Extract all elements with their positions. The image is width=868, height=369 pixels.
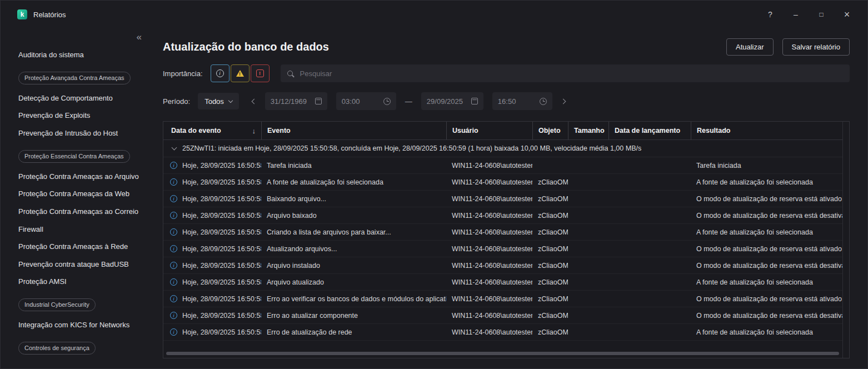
- column-header-object[interactable]: Objeto: [532, 122, 568, 139]
- column-header-user[interactable]: Usuário: [446, 122, 532, 139]
- window-controls: ? – □ ×: [757, 5, 860, 24]
- event-result: A fonte de atualização foi selecionada: [691, 178, 842, 186]
- table-row[interactable]: Hoje, 28/09/2025 16:50:58 Erro de atuali…: [163, 324, 842, 341]
- sidebar-item[interactable]: Proteção AMSI: [18, 277, 147, 287]
- calendar-icon: [315, 98, 322, 104]
- save-report-button[interactable]: Salvar relatório: [782, 38, 850, 56]
- date-range-separator: —: [405, 97, 412, 106]
- date-from-field[interactable]: 31/12/1969: [265, 92, 327, 110]
- table-row[interactable]: Hoje, 28/09/2025 16:50:58 Tarefa iniciad…: [163, 157, 842, 174]
- info-icon: [170, 328, 177, 336]
- sidebar-item[interactable]: Prevenção de Exploits: [18, 111, 147, 121]
- sidebar-section-label: Industrial CyberSecurity: [18, 298, 147, 311]
- date-to-field[interactable]: 29/09/2025: [421, 92, 483, 110]
- sidebar-item[interactable]: Proteção Contra Ameaças ao Correio: [18, 207, 147, 217]
- importance-critical-filter[interactable]: [251, 64, 270, 82]
- sidebar-item[interactable]: Prevenção contra ataque BadUSB: [18, 260, 147, 270]
- event-user: WIN11-24-0608\autotester: [446, 295, 532, 303]
- minimize-button[interactable]: –: [783, 5, 809, 24]
- table-row[interactable]: Hoje, 28/09/2025 16:50:58 Erro ao verifi…: [163, 291, 842, 307]
- close-button[interactable]: ×: [834, 5, 860, 24]
- update-button[interactable]: Atualizar: [726, 38, 774, 56]
- event-user: WIN11-24-0608\autotester: [446, 195, 532, 203]
- event-date: Hoje, 28/09/2025 16:50:58: [182, 245, 261, 253]
- events-table: Data do evento ↓ Evento Usuário Objeto T…: [163, 121, 850, 358]
- sidebar-item[interactable]: Proteção Contra Ameaças à Rede: [18, 242, 147, 252]
- event-object: zCliaoOM: [532, 178, 568, 186]
- table-row[interactable]: Hoje, 28/09/2025 16:50:58 A fonte de atu…: [163, 174, 842, 191]
- next-period-button[interactable]: [557, 97, 570, 106]
- table-row[interactable]: Hoje, 28/09/2025 16:50:58 Erro ao atuali…: [163, 307, 842, 324]
- sidebar-section-label: Proteção Essencial Contra Ameaças: [18, 150, 147, 163]
- event-date: Hoje, 28/09/2025 16:50:58: [182, 178, 261, 186]
- column-header-launch-date[interactable]: Data de lançamento: [608, 122, 691, 139]
- event-name: Erro ao atualizar componente: [261, 312, 446, 320]
- time-to-field[interactable]: 16:50: [492, 92, 552, 110]
- help-button[interactable]: ?: [757, 5, 783, 24]
- event-name: Tarefa iniciada: [261, 162, 446, 169]
- previous-period-button[interactable]: [248, 97, 261, 106]
- info-icon: [170, 228, 177, 236]
- column-header-size[interactable]: Tamanho: [568, 122, 608, 139]
- info-icon: [170, 245, 177, 252]
- time-from-field[interactable]: 03:00: [336, 92, 396, 110]
- period-preset-value: Todos: [204, 97, 224, 106]
- event-name: Arquivo atualizado: [261, 278, 446, 286]
- table-row[interactable]: Hoje, 28/09/2025 16:50:58 Atualizando ar…: [163, 241, 842, 257]
- search-icon: [287, 71, 293, 76]
- info-icon: [170, 212, 177, 219]
- table-row[interactable]: Hoje, 28/09/2025 16:50:58 Criando a list…: [163, 224, 842, 241]
- sidebar-item-label: Proteção Contra Ameaças à Rede: [18, 242, 128, 251]
- event-name: Erro de atualização de rede: [261, 328, 446, 336]
- header-actions: Atualizar Salvar relatório: [726, 38, 850, 56]
- event-date: Hoje, 28/09/2025 16:50:58: [182, 328, 261, 336]
- chevron-down-icon: [228, 98, 233, 102]
- event-user: WIN11-24-0608\autotester: [446, 312, 532, 320]
- critical-icon: [256, 69, 264, 77]
- event-result: O modo de atualização de reserva está at…: [691, 195, 842, 203]
- search-input[interactable]: [299, 69, 843, 78]
- importance-warning-filter[interactable]: [231, 64, 250, 82]
- event-result: A fonte de atualização foi selecionada: [691, 328, 842, 336]
- time-to-value: 16:50: [498, 97, 516, 106]
- importance-info-filter[interactable]: [211, 64, 230, 82]
- event-user: WIN11-24-0608\autotester: [446, 278, 532, 286]
- clock-icon: [540, 98, 547, 105]
- event-date: Hoje, 28/09/2025 16:50:58: [182, 262, 261, 270]
- column-header-result[interactable]: Resultado: [691, 122, 842, 139]
- event-user: WIN11-24-0608\autotester: [446, 178, 532, 186]
- horizontal-scrollbar[interactable]: [166, 352, 839, 355]
- period-preset-dropdown[interactable]: Todos: [198, 93, 239, 109]
- sidebar-item[interactable]: Proteção Contra Ameaças ao Arquivo: [18, 172, 147, 182]
- time-from-value: 03:00: [342, 97, 360, 106]
- event-object: zCliaoOM: [532, 245, 568, 253]
- page-title: Atualização do banco de dados: [163, 41, 329, 53]
- vertical-scrollbar-track[interactable]: [842, 122, 849, 358]
- sidebar-item[interactable]: Detecção de Comportamento: [18, 94, 147, 103]
- sidebar-item[interactable]: Proteção Contra Ameaças da Web: [18, 190, 147, 199]
- sidebar-item[interactable]: Prevenção de Intrusão do Host: [18, 129, 147, 138]
- event-date: Hoje, 28/09/2025 16:50:58: [182, 195, 261, 203]
- task-group-row[interactable]: 25ZNwTI1: iniciada em Hoje, 28/09/2025 1…: [163, 140, 842, 157]
- sidebar-item-label: Controles de segurança: [18, 342, 96, 355]
- table-row[interactable]: Hoje, 28/09/2025 16:50:58 Arquivo baixad…: [163, 207, 842, 224]
- importance-label: Importância:: [163, 69, 203, 78]
- event-date: Hoje, 28/09/2025 16:50:58: [182, 212, 261, 220]
- column-header-event-date[interactable]: Data do evento ↓: [163, 122, 261, 139]
- event-result: A fonte de atualização foi selecionada: [691, 228, 842, 236]
- sidebar-item[interactable]: Firewall: [18, 225, 147, 235]
- window-title: Relatórios: [33, 11, 66, 19]
- sidebar-item-label: Proteção Contra Ameaças ao Arquivo: [18, 172, 139, 181]
- sidebar-item[interactable]: Integração com KICS for Networks: [18, 321, 147, 330]
- kaspersky-logo-icon: k: [17, 9, 27, 19]
- table-row[interactable]: Hoje, 28/09/2025 16:50:58 Baixando arqui…: [163, 191, 842, 207]
- table-row[interactable]: Hoje, 28/09/2025 16:50:58 Arquivo instal…: [163, 257, 842, 274]
- table-row[interactable]: Hoje, 28/09/2025 16:50:58 Arquivo atuali…: [163, 274, 842, 291]
- maximize-button[interactable]: □: [809, 5, 834, 24]
- task-group-summary: 25ZNwTI1: iniciada em Hoje, 28/09/2025 1…: [182, 144, 641, 152]
- sidebar-collapse-button[interactable]: «: [133, 32, 145, 42]
- sidebar-item-label: Proteção AMSI: [18, 277, 67, 286]
- column-header-event[interactable]: Evento: [261, 122, 446, 139]
- sidebar-item[interactable]: Auditoria do sistema: [18, 51, 147, 60]
- event-name: Atualizando arquivos...: [261, 245, 446, 253]
